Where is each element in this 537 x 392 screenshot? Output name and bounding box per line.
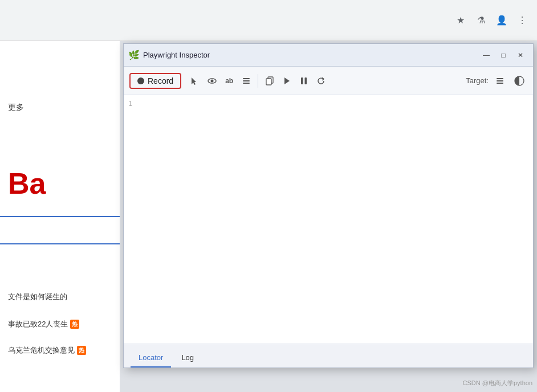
star-icon[interactable]: ★ xyxy=(453,13,469,28)
title-bar: 🌿 Playwright Inspector — □ ✕ xyxy=(124,44,533,67)
news-item-1: 文件是如何诞生的 xyxy=(8,292,67,302)
text-icon[interactable]: ab xyxy=(221,73,237,89)
webpage-content: 更多 Ba 文件是如何诞生的 事故已致22人丧生 热 乌克兰危机交换意见 热 xyxy=(0,41,120,392)
svg-rect-12 xyxy=(497,83,503,84)
window-controls: — □ ✕ xyxy=(478,47,528,63)
tab-log[interactable]: Log xyxy=(173,349,202,368)
svg-rect-10 xyxy=(497,78,503,79)
lab-icon[interactable]: ⚗ xyxy=(473,13,489,28)
target-label: Target: xyxy=(466,73,527,89)
copy-icon[interactable] xyxy=(262,73,278,89)
record-button[interactable]: Record xyxy=(129,73,181,89)
csdn-watermark: CSDN @电商人学python xyxy=(463,379,532,387)
line-number: 1 xyxy=(128,100,132,108)
pick-locator-icon[interactable] xyxy=(187,73,203,89)
svg-rect-6 xyxy=(266,79,271,85)
bottom-tabs: Locator Log xyxy=(124,344,533,368)
inspector-toolbar: Record ab xyxy=(124,67,533,95)
browser-toolbar: ★ ⚗ 👤 ⋮ xyxy=(0,0,537,41)
person-icon[interactable]: 👤 xyxy=(494,13,510,28)
more-label: 更多 xyxy=(8,103,24,113)
target-menu-icon[interactable] xyxy=(492,73,508,89)
svg-rect-9 xyxy=(305,77,307,84)
refresh-icon[interactable] xyxy=(313,73,329,89)
maximize-button[interactable]: □ xyxy=(495,47,511,63)
record-dot-icon xyxy=(137,77,144,84)
playwright-logo-icon: 🌿 xyxy=(128,50,140,61)
playwright-inspector-window: 🌿 Playwright Inspector — □ ✕ Record xyxy=(123,43,534,368)
svg-rect-8 xyxy=(301,77,303,84)
baidu-logo: Ba xyxy=(8,166,46,201)
editor-area[interactable]: 1 xyxy=(124,95,533,344)
svg-marker-7 xyxy=(284,77,290,84)
svg-rect-3 xyxy=(243,80,250,81)
blue-divider-1 xyxy=(0,216,120,217)
svg-rect-11 xyxy=(497,80,503,81)
target-text: Target: xyxy=(466,76,489,85)
news-item-3: 乌克兰危机交换意见 热 xyxy=(8,345,86,356)
more-icon[interactable]: ⋮ xyxy=(514,13,530,28)
blue-divider-2 xyxy=(0,243,120,244)
explore-icon[interactable] xyxy=(204,73,220,89)
play-icon[interactable] xyxy=(279,73,295,89)
pause-icon[interactable] xyxy=(296,73,312,89)
svg-point-1 xyxy=(211,79,214,82)
minimize-button[interactable]: — xyxy=(478,47,494,63)
hot-badge-2: 热 xyxy=(77,346,86,355)
news-item-2: 事故已致22人丧生 热 xyxy=(8,319,79,329)
tab-locator[interactable]: Locator xyxy=(131,349,171,368)
separator-1 xyxy=(258,74,258,88)
svg-rect-4 xyxy=(243,83,250,84)
record-label: Record xyxy=(148,76,173,85)
list-icon[interactable] xyxy=(238,73,254,89)
svg-rect-2 xyxy=(243,78,250,79)
theme-toggle-icon[interactable] xyxy=(511,73,527,89)
hot-badge-1: 热 xyxy=(70,320,79,329)
window-title: Playwright Inspector xyxy=(143,51,478,59)
close-button[interactable]: ✕ xyxy=(512,47,528,63)
